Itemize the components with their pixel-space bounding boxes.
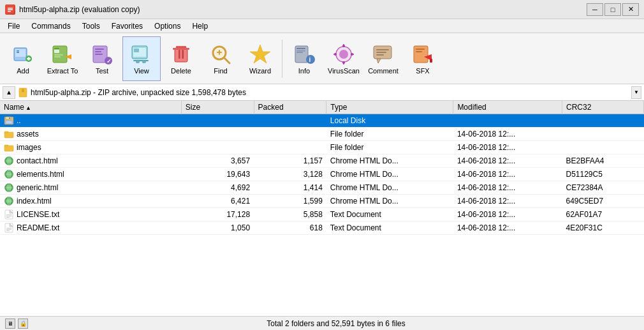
svg-rect-20 (95, 54, 103, 55)
svg-text:i: i (309, 56, 311, 63)
table-row[interactable]: assetsFile folder14-06-2018 12:... (0, 128, 644, 141)
file-type-cell: File folder (326, 128, 453, 141)
svg-rect-1 (8, 8, 13, 9)
svg-rect-30 (175, 48, 187, 62)
svg-marker-57 (377, 59, 381, 63)
file-size-cell: 6,421 (181, 195, 254, 208)
toolbar-view-button[interactable]: View (122, 36, 161, 81)
toolbar-separator (282, 40, 282, 78)
table-row[interactable]: generic.html4,6921,414Chrome HTML Do...1… (0, 181, 644, 195)
svg-marker-39 (250, 45, 270, 63)
file-packed-cell: 1,157 (254, 154, 326, 168)
file-name-cell: elements.html (0, 168, 181, 181)
file-type-cell: Text Document (326, 221, 453, 235)
table-row[interactable]: README.txt1,050618Text Document14-06-201… (0, 221, 644, 235)
svg-rect-3 (8, 11, 11, 12)
toolbar-extract-button[interactable]: Extract To (43, 36, 82, 81)
file-type-cell: Text Document (326, 208, 453, 221)
table-row[interactable]: elements.html19,6433,128Chrome HTML Do..… (0, 168, 644, 181)
window-controls[interactable]: ─ □ ✕ (587, 3, 639, 16)
address-nav-button[interactable]: ▲ (3, 86, 15, 99)
menu-item-commands[interactable]: Commands (26, 20, 75, 32)
toolbar-find-button[interactable]: Find (201, 36, 240, 81)
table-row[interactable]: index.html6,4211,599Chrome HTML Do...14-… (0, 195, 644, 208)
menu-item-options[interactable]: Options (149, 20, 186, 32)
svg-rect-15 (54, 56, 61, 57)
file-type-cell: File folder (326, 141, 453, 154)
file-modified-cell: 14-06-2018 12:... (453, 128, 562, 141)
col-header-packed[interactable]: Packed (254, 101, 326, 114)
file-rows: ..Local Disk assetsFile folder14-06-2018… (0, 114, 644, 235)
toolbar-delete-button[interactable]: Delete (162, 36, 200, 81)
menu-item-help[interactable]: Help (187, 20, 213, 32)
file-size-cell (181, 114, 254, 128)
svg-rect-58 (376, 49, 389, 50)
file-modified-cell: 14-06-2018 12:... (453, 195, 562, 208)
svg-rect-13 (54, 48, 59, 50)
maximize-button[interactable]: □ (604, 3, 621, 16)
toolbar-info-button[interactable]: i Info (285, 36, 323, 81)
table-row[interactable]: LICENSE.txt17,1285,858Text Document14-06… (0, 208, 644, 221)
file-name: assets (4, 129, 177, 139)
col-header-modified[interactable]: Modified (453, 101, 562, 114)
file-name-cell: .. (0, 114, 181, 128)
toolbar-add-button[interactable]: Add (4, 36, 42, 81)
app-icon (5, 4, 15, 15)
menu-item-file[interactable]: File (3, 20, 25, 32)
file-modified-cell: 14-06-2018 12:... (453, 221, 562, 235)
file-name: index.html (4, 196, 177, 206)
svg-rect-60 (376, 54, 384, 56)
svg-rect-78 (4, 146, 13, 151)
svg-rect-43 (296, 52, 303, 53)
file-size-cell: 19,643 (181, 168, 254, 181)
svg-rect-76 (4, 132, 13, 138)
svg-line-36 (224, 57, 230, 63)
svg-rect-103 (6, 216, 11, 216)
file-size-cell: 3,657 (181, 154, 254, 168)
close-button[interactable]: ✕ (622, 3, 639, 16)
file-packed-cell (254, 114, 326, 128)
toolbar-delete-label: Delete (171, 67, 191, 75)
title-bar-left: html5up-alpha.zip (evaluation copy) (5, 4, 140, 15)
toolbar-sfx-button[interactable]: SFX (404, 36, 442, 81)
file-packed-cell (254, 141, 326, 154)
file-crc-cell: 4E20F31C (562, 221, 643, 235)
file-packed-cell: 5,858 (254, 208, 326, 221)
table-row[interactable]: imagesFile folder14-06-2018 12:... (0, 141, 644, 154)
col-header-size[interactable]: Size (181, 101, 254, 114)
file-name-cell: index.html (0, 195, 181, 208)
file-name: generic.html (4, 183, 177, 193)
col-header-name[interactable]: Name▲ (0, 101, 181, 114)
svg-rect-65 (430, 59, 432, 63)
toolbar-add-label: Add (17, 67, 29, 75)
svg-rect-10 (27, 58, 31, 59)
col-header-type[interactable]: Type (326, 101, 453, 114)
menu-item-tools[interactable]: Tools (77, 20, 105, 32)
table-row[interactable]: ..Local Disk (0, 114, 644, 128)
file-crc-cell: BE2BFAA4 (562, 154, 643, 168)
svg-point-47 (339, 50, 348, 59)
file-crc-cell: 62AF01A7 (562, 208, 643, 221)
address-dropdown-button[interactable]: ▼ (631, 86, 641, 99)
col-header-crc[interactable]: CRC32 (562, 101, 643, 114)
table-row[interactable]: contact.html3,6571,157Chrome HTML Do...1… (0, 154, 644, 168)
address-bar: ▲ html5up-alpha.zip - ZIP archive, unpac… (0, 84, 644, 101)
file-name: contact.html (4, 156, 177, 166)
file-type-cell: Chrome HTML Do... (326, 195, 453, 208)
file-type-cell: Chrome HTML Do... (326, 154, 453, 168)
svg-rect-63 (416, 51, 422, 52)
toolbar-virus-button[interactable]: VirusScan (325, 36, 363, 81)
svg-rect-19 (95, 51, 101, 52)
svg-rect-33 (173, 48, 189, 50)
minimize-button[interactable]: ─ (587, 3, 603, 16)
test-icon: ✓ (91, 43, 113, 66)
status-icon-lock: 🔒 (18, 319, 28, 329)
toolbar-test-button[interactable]: ✓ Test (83, 36, 121, 81)
toolbar-wizard-label: Wizard (249, 67, 271, 75)
toolbar-wizard-button[interactable]: Wizard (241, 36, 279, 81)
menu-bar: FileCommandsToolsFavoritesOptionsHelp (0, 19, 644, 33)
svg-rect-6 (17, 50, 19, 52)
menu-item-favorites[interactable]: Favorites (106, 20, 148, 32)
toolbar-comment-button[interactable]: Comment (364, 36, 402, 81)
svg-rect-70 (22, 91, 24, 92)
